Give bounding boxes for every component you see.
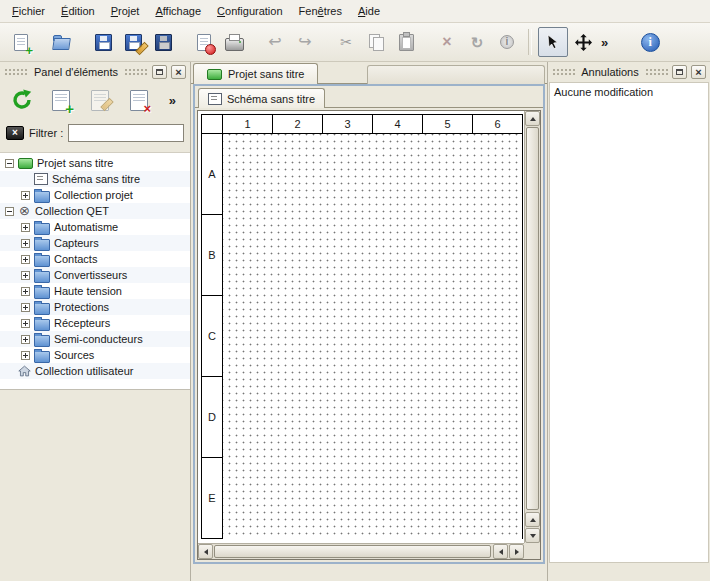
menu-item-fichier[interactable]: Fichier: [4, 2, 53, 20]
rotate-button[interactable]: ↻: [462, 27, 492, 57]
menu-item-projet[interactable]: Projet: [103, 2, 148, 20]
scroll-left-button[interactable]: [198, 544, 213, 559]
folder-icon: [34, 351, 50, 363]
tree-item-protections[interactable]: Protections: [0, 299, 190, 315]
save-icon: [95, 34, 112, 51]
conductor-properties-button[interactable]: i: [492, 27, 522, 57]
delete-element-button[interactable]: ×: [126, 87, 152, 113]
elements-panel-dock: Panel d'éléments × + ×: [0, 62, 191, 581]
tree-item-label: Automatisme: [54, 221, 118, 233]
float-dock-button[interactable]: [672, 65, 687, 79]
expand-icon[interactable]: [21, 303, 30, 312]
copy-button[interactable]: [361, 27, 391, 57]
folder-icon: [34, 255, 50, 267]
folder-icon: [34, 223, 50, 235]
expand-icon[interactable]: [21, 255, 30, 264]
tree-item-recepteurs[interactable]: Récepteurs: [0, 315, 190, 331]
cut-icon: ✂: [340, 35, 352, 49]
project-tab-bar: Projet sans titre: [191, 62, 547, 84]
menu-item-fenetres[interactable]: Fenêtres: [291, 2, 350, 20]
tab-schema[interactable]: Schéma sans titre: [198, 88, 325, 108]
tree-item-automatisme[interactable]: Automatisme: [0, 219, 190, 235]
tree-item-collection-projet[interactable]: Collection projet: [0, 187, 190, 203]
close-file-button[interactable]: [189, 27, 219, 57]
print-button[interactable]: [219, 27, 249, 57]
cut-button[interactable]: ✂: [331, 27, 361, 57]
edit-element-button[interactable]: [87, 87, 113, 113]
selection-mode-button[interactable]: [538, 27, 568, 57]
vertical-scrollbar-thumb[interactable]: [526, 127, 539, 510]
menu-item-aide[interactable]: Aide: [350, 2, 388, 20]
tree-item-label: Contacts: [54, 253, 97, 265]
tree-item-project[interactable]: Projet sans titre: [0, 155, 190, 171]
collapse-icon[interactable]: [5, 207, 14, 216]
mdi-area: Projet sans titre Schéma sans titre 1 2 …: [191, 62, 547, 581]
red-x-badge-icon: ×: [143, 103, 151, 114]
undo-history-list[interactable]: Aucune modification: [549, 82, 709, 563]
undo-button[interactable]: ↩: [260, 27, 290, 57]
vertical-scrollbar[interactable]: [524, 111, 540, 543]
new-element-button[interactable]: +: [48, 87, 74, 113]
scroll-left-button[interactable]: [493, 544, 508, 559]
horizontal-scrollbar-thumb[interactable]: [214, 545, 491, 558]
tree-item-sources[interactable]: Sources: [0, 347, 190, 363]
scroll-up-button[interactable]: [525, 111, 540, 126]
delete-button[interactable]: ×: [432, 27, 462, 57]
refresh-icon: [11, 89, 33, 111]
expand-icon[interactable]: [21, 319, 30, 328]
tree-item-capteurs[interactable]: Capteurs: [0, 235, 190, 251]
diagram-canvas[interactable]: [223, 134, 523, 539]
tree-item-collection-utilisateur[interactable]: Collection utilisateur: [0, 363, 190, 379]
diagram-viewport: 1 2 3 4 5 6 A B C D E: [198, 111, 524, 543]
tree-item-collection-qet[interactable]: ⊗ Collection QET: [0, 203, 190, 219]
undo-dock-titlebar[interactable]: Annulations ×: [548, 62, 710, 82]
new-project-button[interactable]: +: [6, 27, 36, 57]
close-dock-button[interactable]: ×: [691, 65, 706, 79]
collapse-icon[interactable]: [5, 159, 14, 168]
expand-icon[interactable]: [21, 223, 30, 232]
tree-item-semi-conducteurs[interactable]: Semi-conducteurs: [0, 331, 190, 347]
clear-filter-icon[interactable]: ×: [6, 126, 24, 140]
row-header: D: [201, 377, 223, 458]
tree-item-haute-tension[interactable]: Haute tension: [0, 283, 190, 299]
menu-item-configuration[interactable]: Configuration: [209, 2, 290, 20]
scroll-right-button[interactable]: [509, 544, 524, 559]
elements-panel-titlebar[interactable]: Panel d'éléments ×: [0, 62, 190, 82]
tree-item-label: Capteurs: [54, 237, 99, 249]
horizontal-scrollbar[interactable]: [198, 543, 524, 559]
open-project-button[interactable]: [47, 27, 77, 57]
close-dock-button[interactable]: ×: [171, 65, 186, 79]
scroll-up-button[interactable]: [525, 512, 540, 527]
expand-icon[interactable]: [21, 271, 30, 280]
filter-input[interactable]: [68, 124, 184, 142]
save-all-button[interactable]: [148, 27, 178, 57]
menu-item-edition[interactable]: Édition: [53, 2, 103, 20]
about-button[interactable]: i: [635, 27, 665, 57]
elements-tree[interactable]: Projet sans titre Schéma sans titre Coll…: [0, 152, 190, 390]
expand-icon[interactable]: [21, 191, 30, 200]
paste-button[interactable]: [391, 27, 421, 57]
pan-mode-button[interactable]: [568, 27, 598, 57]
tree-item-contacts[interactable]: Contacts: [0, 251, 190, 267]
scroll-down-button[interactable]: [525, 528, 540, 543]
expand-icon[interactable]: [21, 239, 30, 248]
expand-icon[interactable]: [21, 287, 30, 296]
red-ball-badge-icon: [205, 44, 216, 55]
float-icon: [676, 69, 683, 75]
redo-button[interactable]: ↪: [290, 27, 320, 57]
tree-item-schema[interactable]: Schéma sans titre: [0, 171, 190, 187]
save-button[interactable]: [88, 27, 118, 57]
tree-item-convertisseurs[interactable]: Convertisseurs: [0, 267, 190, 283]
expand-icon[interactable]: [21, 351, 30, 360]
tree-item-label: Schéma sans titre: [52, 173, 140, 185]
panel-toolbar-overflow-chevron[interactable]: »: [166, 93, 179, 108]
reload-collections-button[interactable]: [9, 87, 35, 113]
toolbar-overflow-chevron[interactable]: »: [598, 35, 611, 50]
expand-icon[interactable]: [21, 335, 30, 344]
tab-project[interactable]: Projet sans titre: [193, 63, 318, 84]
filter-row: × Filtrer :: [0, 122, 190, 144]
menu-item-affichage[interactable]: Affichage: [147, 2, 209, 20]
float-dock-button[interactable]: [152, 65, 167, 79]
save-as-button[interactable]: [118, 27, 148, 57]
tree-item-label: Collection utilisateur: [35, 365, 133, 377]
